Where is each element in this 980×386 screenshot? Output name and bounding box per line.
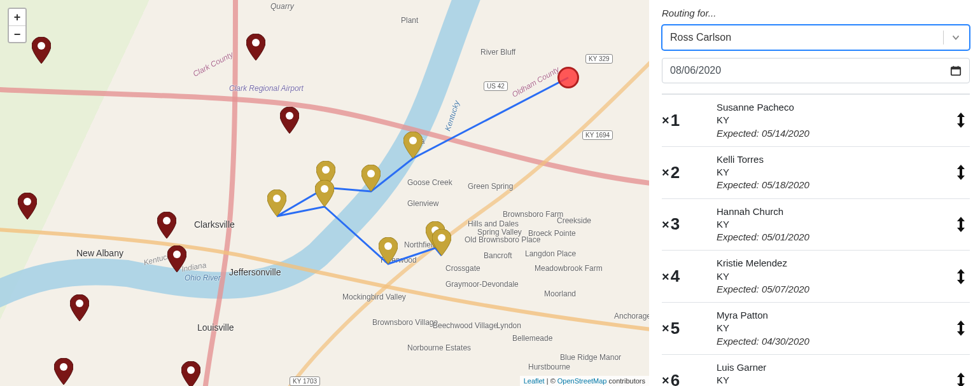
customer-pin[interactable] (54, 358, 73, 385)
svg-point-0 (409, 137, 417, 144)
drag-handle-icon[interactable] (952, 320, 970, 336)
remove-stop-button[interactable]: ×1 (662, 111, 689, 130)
route-stop-location: KY (717, 374, 952, 386)
svg-point-8 (38, 42, 45, 50)
remove-stop-button[interactable]: ×3 (662, 214, 689, 234)
route-stop-location: KY (717, 322, 952, 334)
svg-point-1 (367, 170, 375, 177)
customer-pin[interactable] (32, 37, 51, 64)
route-stop-name: Myra Patton (717, 309, 952, 322)
remove-stop-button[interactable]: ×6 (662, 371, 689, 386)
select-separator (943, 31, 944, 45)
drag-handle-icon[interactable] (952, 268, 970, 285)
svg-point-11 (24, 198, 31, 205)
route-stop-name: Kristie Melendez (717, 257, 952, 270)
map-attribution: Leaflet | © OpenStreetMap contributors (520, 376, 649, 386)
customer-pin[interactable] (18, 193, 37, 219)
route-stop-info: Hannah ChurchKYExpected: 05/01/2020 (689, 205, 952, 244)
route-stop-name: Susanne Pacheco (717, 101, 952, 114)
customer-pin[interactable] (246, 34, 265, 60)
drag-handle-icon[interactable] (952, 216, 970, 233)
svg-point-7 (438, 234, 445, 242)
route-stop-item: ×2Kelli TorresKYExpected: 05/18/2020 (662, 146, 970, 198)
route-stop-info: Luis GarnerKYExpected: 05/03/2020 (689, 361, 952, 386)
leaflet-link[interactable]: Leaflet (524, 377, 545, 385)
remove-stop-button[interactable]: ×5 (662, 319, 689, 338)
chevron-down-icon (950, 32, 962, 43)
salesperson-select-value: Ross Carlson (670, 32, 937, 43)
route-stop-expected: Expected: 05/18/2020 (717, 179, 952, 191)
route-stop-expected: Expected: 05/14/2020 (717, 127, 952, 140)
route-stop-name: Hannah Church (717, 205, 952, 218)
route-stop-info: Kelli TorresKYExpected: 05/18/2020 (689, 153, 952, 192)
remove-stop-button[interactable]: ×2 (662, 163, 689, 183)
route-stop-location: KY (717, 114, 952, 127)
svg-point-9 (252, 39, 260, 46)
zoom-controls: + − (8, 8, 27, 43)
route-start-marker[interactable] (557, 67, 579, 88)
route-stop-location: KY (717, 218, 952, 231)
route-stop-expected: Expected: 05/07/2020 (717, 283, 952, 296)
route-pin[interactable] (361, 165, 381, 191)
svg-point-2 (322, 166, 330, 174)
route-stop-item: ×3Hannah ChurchKYExpected: 05/01/2020 (662, 198, 970, 251)
route-list: ×1Susanne PachecoKYExpected: 05/14/2020×… (662, 94, 970, 386)
svg-point-14 (76, 300, 83, 307)
route-stop-expected: Expected: 05/01/2020 (717, 231, 952, 244)
customer-pin[interactable] (70, 294, 89, 321)
route-pin[interactable] (403, 132, 423, 158)
calendar-icon (950, 65, 962, 76)
svg-point-15 (60, 363, 67, 371)
zoom-in-button[interactable]: + (9, 9, 25, 25)
route-stop-location: KY (717, 270, 952, 283)
routing-panel: Routing for... Ross Carlson 08/06/2020 ×… (649, 0, 980, 386)
customer-pin[interactable] (167, 245, 186, 272)
svg-rect-18 (951, 67, 960, 70)
route-stop-info: Myra PattonKYExpected: 04/30/2020 (689, 309, 952, 348)
svg-point-3 (273, 195, 281, 202)
route-stop-item: ×4Kristie MelendezKYExpected: 05/07/2020 (662, 250, 970, 302)
svg-point-4 (321, 185, 328, 193)
route-stop-item: ×6Luis GarnerKYExpected: 05/03/2020 (662, 354, 970, 386)
drag-handle-icon[interactable] (952, 372, 970, 386)
svg-point-12 (163, 217, 171, 224)
panel-title: Routing for... (662, 8, 970, 18)
zoom-out-button[interactable]: − (9, 25, 25, 42)
svg-point-13 (173, 251, 181, 258)
route-stop-info: Susanne PachecoKYExpected: 05/14/2020 (689, 101, 952, 140)
route-date-input[interactable]: 08/06/2020 (662, 58, 970, 83)
customer-pin[interactable] (181, 361, 200, 386)
route-date-value: 08/06/2020 (670, 65, 950, 76)
drag-handle-icon[interactable] (952, 164, 970, 181)
salesperson-select[interactable]: Ross Carlson (662, 25, 970, 50)
route-pin[interactable] (432, 229, 451, 256)
route-stop-info: Kristie MelendezKYExpected: 05/07/2020 (689, 257, 952, 296)
map[interactable]: + − New Albany Clarksville Jeffersonvill… (0, 0, 649, 386)
route-pin[interactable] (315, 180, 334, 207)
osm-link[interactable]: OpenStreetMap (557, 377, 607, 385)
customer-pin[interactable] (280, 107, 299, 134)
svg-point-5 (384, 242, 392, 250)
route-stop-name: Luis Garner (717, 361, 952, 374)
svg-point-10 (286, 112, 293, 120)
route-pin[interactable] (267, 190, 286, 216)
customer-pin[interactable] (157, 212, 176, 238)
svg-point-16 (187, 366, 195, 374)
route-stop-name: Kelli Torres (717, 153, 952, 166)
route-pin[interactable] (379, 237, 398, 264)
route-stop-item: ×1Susanne PachecoKYExpected: 05/14/2020 (662, 94, 970, 146)
remove-stop-button[interactable]: ×4 (662, 266, 689, 286)
route-stop-expected: Expected: 04/30/2020 (717, 335, 952, 348)
route-stop-item: ×5Myra PattonKYExpected: 04/30/2020 (662, 302, 970, 354)
route-stop-location: KY (717, 166, 952, 179)
drag-handle-icon[interactable] (952, 112, 970, 128)
